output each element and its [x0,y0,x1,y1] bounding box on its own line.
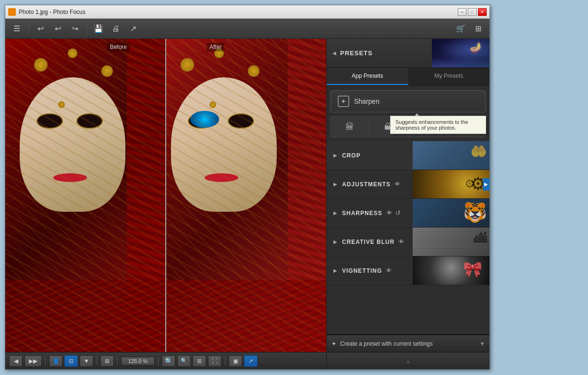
nav-prev-button[interactable]: ◀ [9,355,23,367]
adjustments-icons: 👁 [394,181,401,188]
bt-sep-1 [45,357,46,365]
crop-label: CROP [342,152,361,159]
maximize-button[interactable]: □ [468,8,477,16]
blur-bg: 🏙 [413,228,490,256]
vignetting-label: VIGNETTING [342,267,382,274]
bottom-area: ◀ ▶▶ 👤 ⊟ ▼ ⊞ 125.0 % 🔍 🔍 ⊞ ⛶ ▣ ↗ ▲ [5,352,490,369]
before-label: Before [107,43,130,51]
vignetting-bg: 🎀 [413,256,490,285]
bt-sep-4 [158,357,159,365]
print-button[interactable]: 🖨 [108,21,123,36]
vignetting-eye-icon[interactable]: 👁 [386,267,392,274]
section-creative-blur[interactable]: ▶ CREATIVE BLUR 👁 🏙 [327,228,490,256]
sharpness-eye-icon[interactable]: 👁 [386,209,392,217]
nav-next-button[interactable]: ▶▶ [24,355,42,367]
redo-button[interactable]: ↪ [67,21,83,36]
sharpness-arrow: ▶ [333,210,337,216]
window-title: Photo 1.jpg - Photo Focus [19,9,458,15]
sharpness-icons: 👁 ↺ [386,209,401,217]
section-adjustments[interactable]: ▶ ADJUSTMENTS 👁 ⚙ ⚙ ▶ [327,170,490,199]
create-preset-label: Create a preset with current settings [340,340,433,347]
zoom-in-button[interactable]: 🔍 [162,355,175,367]
toolbar-separator [28,23,29,35]
adjustments-expand-arrow[interactable]: ▶ [483,178,490,191]
zoom-display: 125.0 % [121,357,155,365]
bottom-spacer-label: ▲ [405,358,411,364]
tab-app-presets[interactable]: App Presets [327,68,408,85]
tab-bar: App Presets My Presets [327,68,490,85]
fullscreen-button[interactable]: ⛶ [208,355,221,367]
bt-sep-2 [97,357,97,365]
sharpness-reset-icon[interactable]: ↺ [395,209,401,217]
photo-split [5,39,326,352]
before-after-labels: Before After [5,43,326,51]
export-button[interactable]: ↗ [125,21,141,36]
presets-collapse-arrow[interactable]: ◀ [332,50,336,56]
close-button[interactable]: ✕ [478,8,487,16]
preset-selected-icon: ✦ [338,96,349,107]
bt-sep-3 [117,357,118,365]
compare-dropdown[interactable]: ▼ [80,355,93,367]
photo-canvas[interactable]: Before After [5,39,326,352]
section-vignetting[interactable]: ▶ VIGNETTING 👁 🎀 [327,256,490,285]
photo-before [5,39,166,352]
presets-title: PRESETS [340,49,373,57]
vignetting-icons: 👁 [386,267,392,274]
adjustments-bg: ⚙ ⚙ [413,170,490,198]
zoom-out-button[interactable]: 🔍 [177,355,191,367]
grid-button[interactable]: ⊞ [470,21,486,36]
sharpness-bg: 🐯 [413,199,490,227]
bottom-toolbar: ◀ ▶▶ 👤 ⊟ ▼ ⊞ 125.0 % 🔍 🔍 ⊞ ⛶ ▣ ↗ [5,352,326,369]
presets-header[interactable]: ◀ PRESETS 🪔 [327,39,490,68]
create-preset-dropdown[interactable]: ▼ [479,340,485,347]
undo-button[interactable]: ↩ [33,21,48,36]
canvas-button[interactable]: ⊞ [100,355,114,367]
preset-cat-buildings[interactable]: 🏛 [331,116,369,137]
menu-button[interactable]: ☰ [9,21,24,36]
blur-eye-icon[interactable]: 👁 [398,238,404,245]
before-view-button[interactable]: ▣ [229,355,242,367]
app-icon [8,8,16,16]
section-crop[interactable]: ▶ CROP 🤲 [327,141,490,170]
panel-sections: ▶ CROP 🤲 ▶ ADJUSTMENTS 👁 [327,141,490,334]
blur-label: CREATIVE BLUR [342,239,394,245]
adjustments-arrow: ▶ [333,181,337,187]
export2-button[interactable]: ↗ [244,355,257,367]
blur-icons: 👁 [398,238,404,245]
panel-bottom: ✦ Create a preset with current settings … [327,334,490,352]
after-label: After [207,43,224,51]
presets-thumbnail: 🪔 [432,39,490,67]
blur-arrow: ▶ [333,239,337,244]
preset-selected-name: Sharpen [354,97,380,105]
after-image [166,39,326,352]
save-button[interactable]: 💾 [91,21,106,36]
right-panel: ◀ PRESETS 🪔 App Presets My Presets ✦ [326,39,490,352]
photo-after [166,39,326,352]
person-button[interactable]: 👤 [49,355,62,367]
fit-button[interactable]: ⊞ [193,355,206,367]
compare-button[interactable]: ⊟ [64,355,78,367]
preset-tooltip: Suggests enhancements to the sharpness o… [390,116,486,134]
create-preset-icon: ✦ [331,340,336,347]
cart-button[interactable]: 🛒 [453,21,468,36]
preset-star-icon: ✦ [341,97,346,105]
main-toolbar: ☰ ↩ ↩ ↪ 💾 🖨 ↗ 🛒 ⊞ [5,19,490,39]
title-bar: Photo 1.jpg - Photo Focus ─ □ ✕ [5,5,490,19]
preset-selected[interactable]: ✦ Sharpen Suggests enhancements to the s… [331,90,486,112]
adjustments-label: ADJUSTMENTS [342,181,391,188]
adjustments-eye-icon[interactable]: 👁 [394,181,401,188]
title-bar-buttons: ─ □ ✕ [458,8,487,16]
before-image [5,39,165,352]
toolbar-separator-2 [86,23,87,35]
main-area: Before After [5,39,490,352]
section-sharpness[interactable]: ▶ SHARPNESS 👁 ↺ 🐯 [327,199,490,228]
create-preset-bar[interactable]: ✦ Create a preset with current settings … [327,335,490,352]
minimize-button[interactable]: ─ [458,8,466,16]
sharpness-label: SHARPNESS [342,210,382,217]
undo2-button[interactable]: ↩ [50,21,65,36]
right-panel-bottom-bar: ▲ [326,352,490,369]
vignetting-arrow: ▶ [333,268,337,273]
crop-bg: 🤲 [413,141,490,169]
tab-my-presets[interactable]: My Presets [408,68,490,85]
bt-sep-5 [225,357,225,365]
